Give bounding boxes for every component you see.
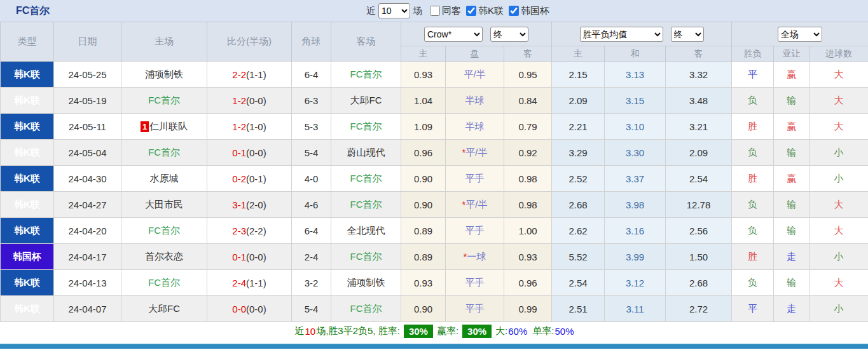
match-type-cell: 韩K联 bbox=[1, 270, 54, 296]
home-team-name[interactable]: FC首尔 bbox=[148, 147, 180, 158]
bookmaker-period-select[interactable]: 终 bbox=[490, 27, 528, 42]
away-team-name[interactable]: 全北现代 bbox=[347, 225, 385, 236]
home-team-name[interactable]: FC首尔 bbox=[148, 225, 180, 236]
odds-lose: 2.56 bbox=[666, 218, 732, 244]
match-date: 24-04-27 bbox=[54, 192, 121, 218]
handicap-line: 平手 bbox=[446, 270, 504, 296]
home-team-cell: FC首尔 bbox=[121, 140, 207, 166]
goals-outcome: 小 bbox=[809, 296, 868, 322]
halftime-score: (0-0) bbox=[246, 95, 266, 106]
away-team-cell: 蔚山现代 bbox=[331, 140, 401, 166]
match-type-cell: 韩K联 bbox=[1, 88, 54, 114]
odds-win: 5.52 bbox=[552, 244, 605, 270]
corner-count: 5-3 bbox=[292, 114, 331, 140]
odds-draw: 3.15 bbox=[605, 88, 666, 114]
over-rate-value: 60% bbox=[508, 326, 527, 337]
match-scope-select[interactable]: 全场 bbox=[778, 27, 822, 42]
result-outcome: 负 bbox=[732, 192, 774, 218]
handicap-away-odds: 0.99 bbox=[504, 296, 552, 322]
odds-lose: 2.68 bbox=[666, 270, 732, 296]
odds-draw: 3.13 bbox=[605, 62, 666, 88]
result-outcome: 胜 bbox=[732, 114, 774, 140]
score-cell: 2-3(2-2) bbox=[207, 218, 292, 244]
handicap-away-odds: 0.79 bbox=[504, 114, 552, 140]
top-bar: FC首尔 近 10 场 同客 韩K联 韩国杯 bbox=[0, 0, 868, 22]
home-team-cell: 水原城 bbox=[121, 166, 207, 192]
match-type-cell: 韩K联 bbox=[1, 192, 54, 218]
halftime-score: (0-0) bbox=[246, 304, 266, 314]
handicap-value: 平手 bbox=[465, 303, 485, 314]
handicap-away-odds: 1.00 bbox=[504, 218, 552, 244]
goals-outcome: 小 bbox=[809, 140, 868, 166]
handicap-away-odds: 0.96 bbox=[504, 270, 552, 296]
result-outcome: 负 bbox=[732, 218, 774, 244]
away-team-name[interactable]: FC首尔 bbox=[350, 251, 382, 262]
result-outcome: 负 bbox=[732, 88, 774, 114]
away-team-name[interactable]: 蔚山现代 bbox=[347, 147, 385, 158]
korea-cup-label: 韩国杯 bbox=[521, 5, 549, 17]
col-corner: 角球 bbox=[292, 22, 331, 62]
away-team-name[interactable]: FC首尔 bbox=[350, 173, 382, 184]
home-team-name[interactable]: 浦项制铁 bbox=[145, 69, 183, 79]
match-type-cell: 韩K联 bbox=[1, 166, 54, 192]
home-team-name[interactable]: 水原城 bbox=[150, 173, 179, 184]
away-team-name[interactable]: FC首尔 bbox=[350, 121, 382, 131]
match-date: 24-04-13 bbox=[54, 270, 121, 296]
subcol-handicap-line: 盘 bbox=[446, 46, 504, 62]
odds-win: 2.15 bbox=[552, 62, 605, 88]
goals-outcome: 小 bbox=[809, 244, 868, 270]
score-cell: 0-2(0-1) bbox=[207, 166, 292, 192]
handicap-home-odds: 1.09 bbox=[401, 114, 446, 140]
home-team-cell: 浦项制铁 bbox=[121, 62, 207, 88]
away-team-name[interactable]: 浦项制铁 bbox=[347, 277, 385, 288]
odds-win: 2.51 bbox=[552, 296, 605, 322]
asian-handicap-outcome: 输 bbox=[774, 88, 809, 114]
away-team-name[interactable]: FC首尔 bbox=[350, 303, 382, 314]
handicap-line: 平手 bbox=[446, 166, 504, 192]
same-venue-checkbox[interactable] bbox=[430, 6, 440, 16]
odds-type-select[interactable]: 胜平负均值 bbox=[580, 27, 663, 42]
col-result: 胜负 bbox=[732, 46, 774, 62]
odds-lose: 1.50 bbox=[666, 244, 732, 270]
home-team-name[interactable]: FC首尔 bbox=[148, 95, 180, 105]
home-team-name[interactable]: 仁川联队 bbox=[149, 121, 188, 131]
odds-lose: 3.21 bbox=[666, 114, 732, 140]
goals-outcome: 大 bbox=[809, 192, 868, 218]
score-cell: 0-0(0-0) bbox=[207, 296, 292, 322]
handicap-home-odds: 0.90 bbox=[401, 296, 446, 322]
handicap-line: 平手 bbox=[446, 218, 504, 244]
odds-win: 2.09 bbox=[552, 88, 605, 114]
corner-count: 3-2 bbox=[292, 270, 331, 296]
handicap-away-odds: 0.98 bbox=[504, 166, 552, 192]
halftime-score: (1-1) bbox=[246, 278, 266, 288]
away-team-cell: FC首尔 bbox=[331, 296, 401, 322]
asian-handicap-outcome: 赢 bbox=[774, 114, 809, 140]
k-league-checkbox[interactable] bbox=[466, 6, 476, 16]
table-row: 韩K联 24-04-07 大邱FC 0-0(0-0) 5-4 FC首尔 0.90… bbox=[1, 296, 868, 322]
handicap-away-odds: 0.98 bbox=[504, 192, 552, 218]
home-team-name[interactable]: FC首尔 bbox=[148, 277, 180, 288]
bottom-scrollbar[interactable] bbox=[0, 344, 868, 349]
odds-period-select[interactable]: 终 bbox=[671, 27, 704, 42]
bookmaker-select[interactable]: Crow* bbox=[424, 27, 483, 42]
handicap-value: 平/半 bbox=[465, 199, 487, 210]
away-team-name[interactable]: FC首尔 bbox=[350, 199, 382, 210]
korea-cup-checkbox[interactable] bbox=[509, 6, 519, 16]
home-team-name[interactable]: 大田市民 bbox=[145, 199, 183, 210]
subcol-odds-draw: 和 bbox=[605, 46, 666, 62]
recent-count-select[interactable]: 10 bbox=[378, 3, 410, 18]
home-team-name[interactable]: 首尔衣恋 bbox=[145, 251, 183, 262]
handicap-line: *平/半 bbox=[446, 140, 504, 166]
stats-summary: 近10场,胜3平2负5, 胜率: 30% 赢率: 30% 大:60% 单率:50… bbox=[0, 322, 868, 340]
away-team-cell: FC首尔 bbox=[331, 114, 401, 140]
away-team-name[interactable]: FC首尔 bbox=[350, 69, 382, 79]
table-row: 韩K联 24-04-27 大田市民 3-1(2-0) 4-6 FC首尔 0.90… bbox=[1, 192, 868, 218]
table-row: 韩K联 24-05-19 FC首尔 1-2(0-0) 6-3 大邱FC 1.04… bbox=[1, 88, 868, 114]
home-team-name[interactable]: 大邱FC bbox=[148, 303, 180, 314]
away-team-name[interactable]: 大邱FC bbox=[350, 95, 382, 105]
match-type-label: 韩K联 bbox=[14, 69, 40, 79]
odd-rate-value: 50% bbox=[555, 326, 574, 337]
halftime-score: (0-1) bbox=[246, 173, 266, 184]
handicap-home-odds: 0.93 bbox=[401, 270, 446, 296]
handicap-value: 平/半 bbox=[465, 147, 487, 158]
